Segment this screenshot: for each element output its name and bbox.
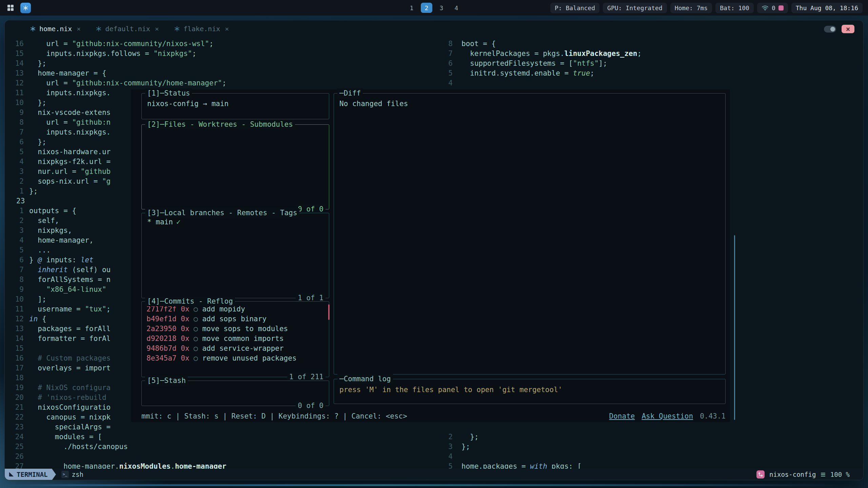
toggle-switch[interactable] — [824, 26, 836, 33]
editor-right-top: 8boot = {7 kernelPackages = pkgs.linuxPa… — [446, 39, 863, 88]
workspace-button-2[interactable]: 2 — [421, 3, 432, 13]
lazygit-files-panel[interactable]: [2]─Files - Worktrees - Submodules 0 of … — [141, 124, 329, 209]
code-text: home-manager, — [29, 236, 94, 245]
code-text: formatter = forAl — [29, 334, 111, 344]
line-number: 23 — [7, 196, 29, 206]
upstream-check-icon: ✓ — [176, 218, 181, 226]
commit-row[interactable]: 9486b7d 0x ○ add service-wrapper — [146, 344, 324, 353]
code-text: nixpkgs-f2k.url = — [29, 157, 111, 167]
app-launcher-icon[interactable] — [5, 3, 16, 13]
code-text: }; — [461, 442, 470, 452]
code-text: } @ inputs: let — [29, 255, 94, 265]
line-number: 11 — [7, 304, 29, 314]
statusbar-right: nixos-config ≡ 100 % — [756, 470, 850, 479]
wifi-icon — [762, 5, 769, 11]
tab-close-icon[interactable]: × — [155, 25, 159, 33]
code-line: 7 kernelPackages = pkgs.linuxPackages_ze… — [446, 49, 863, 59]
nix-snowflake-icon — [174, 26, 180, 32]
line-number: 12 — [7, 314, 29, 324]
line-number: 4 — [446, 452, 461, 462]
code-text: inherit (self) ou — [29, 265, 111, 275]
graph-node-icon: ○ — [189, 315, 202, 323]
clock[interactable]: Thu Aug 08, 18:16 — [791, 3, 863, 13]
terminal-window: home.nix×default.nix×flake.nix× × 16 url… — [4, 20, 864, 480]
code-text: "x86_64-linux" — [29, 285, 106, 294]
line-number: 17 — [7, 363, 29, 373]
lazygit-command-log-panel[interactable]: ─Command log press 'M' in the files pane… — [334, 379, 726, 404]
graph-node-icon: ○ — [189, 354, 202, 362]
keybindings-bar: mmit: c | Stash: s | Reset: D | Keybindi… — [141, 411, 407, 421]
code-text: nix-vscode-extens — [29, 108, 111, 118]
lazygit-diff-panel[interactable]: ─Diff No changed files — [334, 93, 726, 374]
nix-snowflake-icon — [30, 26, 36, 32]
code-text: username = "tux"; — [29, 304, 111, 314]
line-number: 2 — [7, 216, 29, 226]
code-text: modules = [ — [29, 432, 102, 442]
code-text: }; — [461, 432, 479, 442]
lazygit-commits-panel[interactable]: [4]─Commits - Reflog 2717f2f 0x ○ add mo… — [141, 301, 329, 377]
ask-question-link[interactable]: Ask Question — [642, 411, 693, 421]
code-text: nur.url = "github — [29, 167, 111, 177]
powerline-arrow — [52, 469, 56, 480]
mode-tab-terminal[interactable]: TERMINAL — [5, 469, 52, 480]
notification-count: 0 — [772, 4, 775, 12]
window-close-button[interactable]: × — [842, 25, 854, 33]
line-number: 13 — [7, 68, 29, 78]
code-text: nixosConfiguratio — [29, 403, 111, 412]
lazygit-branches-panel[interactable]: [3]─Local branches - Remotes - Tags * ma… — [141, 213, 329, 298]
workspace-button-3[interactable]: 3 — [436, 3, 447, 13]
tab-label: flake.nix — [183, 25, 220, 33]
commit-author: 0x — [177, 325, 190, 333]
code-text: # 'nixos-rebuild — [29, 393, 106, 403]
tray[interactable]: 0 — [757, 3, 788, 13]
workspace-button-4[interactable]: 4 — [451, 3, 462, 13]
tab-close-icon[interactable]: × — [77, 25, 81, 33]
line-number: 8 — [7, 275, 29, 285]
code-text: # Custom packages — [29, 353, 111, 363]
wallpaper-glow — [3, 484, 848, 486]
scrollback-icon: ≡ — [821, 470, 825, 479]
code-line: 13 home-manager = { — [7, 68, 443, 78]
commits-scrollbar[interactable] — [328, 304, 330, 320]
panel-title: [3]─Local branches - Remotes - Tags — [145, 208, 299, 218]
code-text: outputs = { — [29, 206, 76, 216]
shell-tab-zsh[interactable]: >_ zsh — [61, 471, 83, 478]
editor-scrollbar[interactable] — [734, 235, 735, 420]
lazygit-stash-panel[interactable]: [5]─Stash 0 of 0 — [141, 381, 329, 406]
line-number: 6 — [7, 255, 29, 265]
code-text: packages = forAll — [29, 324, 111, 334]
commit-row[interactable]: b49ef1d 0x ○ add sops binary — [146, 314, 324, 324]
code-text: }; — [29, 98, 46, 108]
donate-link[interactable]: Donate — [609, 411, 635, 421]
line-number: 13 — [7, 324, 29, 334]
tab-default.nix[interactable]: default.nix× — [96, 25, 159, 33]
line-number: 6 — [7, 137, 29, 147]
tab-home.nix[interactable]: home.nix× — [30, 25, 81, 33]
panel-title: ─Command log — [337, 374, 393, 384]
code-text: boot = { — [461, 39, 496, 49]
line-number: 3 — [446, 442, 461, 452]
commit-row[interactable]: d920218 0x ○ move common imports — [146, 334, 324, 344]
code-line: 15 inputs.nixpkgs.follows = "nixpkgs"; — [7, 49, 443, 59]
nix-workspace-icon[interactable] — [20, 3, 31, 13]
tab-flake.nix[interactable]: flake.nix× — [174, 25, 229, 33]
code-text: canopus = nixpk — [29, 412, 111, 422]
code-text: }; — [29, 59, 46, 68]
line-number: 10 — [7, 98, 29, 108]
workspace-button-1[interactable]: 1 — [406, 3, 417, 13]
line-number: 2 — [7, 177, 29, 186]
commit-message: move sops to modules — [202, 325, 288, 333]
code-line: 2 }; — [446, 432, 863, 442]
code-line: 25 ./hosts/canopus — [7, 442, 443, 452]
tab-close-icon[interactable]: × — [225, 25, 229, 33]
commit-row[interactable]: 8e345a7 0x ○ remove unused packages — [146, 353, 324, 363]
branch-item[interactable]: * main✓ — [147, 218, 181, 226]
commit-author: 0x — [177, 315, 190, 323]
commit-row[interactable]: 2a23950 0x ○ move sops to modules — [146, 324, 324, 334]
line-number: 20 — [7, 393, 29, 403]
code-text: self, — [29, 216, 59, 226]
lazygit-status-panel[interactable]: [1]─Status nixos-config → main — [141, 93, 329, 119]
tab-label: home.nix — [39, 25, 72, 33]
commit-hash: 9486b7d — [146, 344, 177, 352]
commit-author: 0x — [177, 354, 190, 362]
